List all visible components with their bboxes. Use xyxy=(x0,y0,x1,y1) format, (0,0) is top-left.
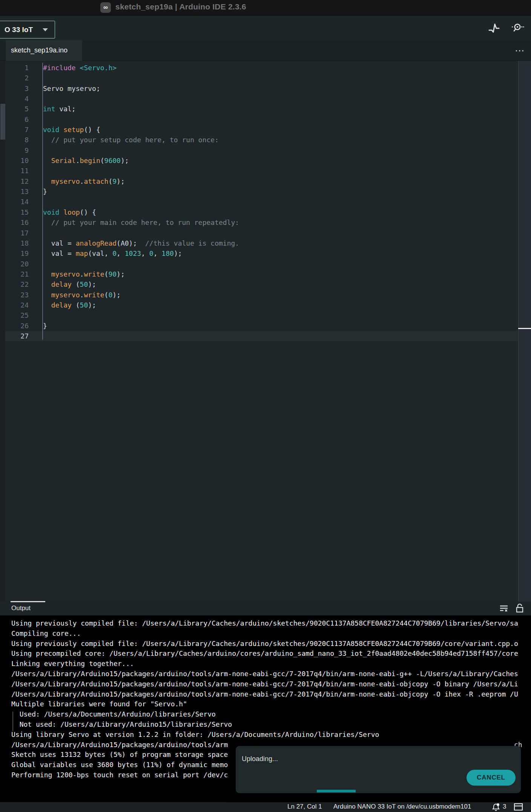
code-line[interactable]: 14 xyxy=(5,197,518,207)
code-line[interactable]: 21 myservo.write(90); xyxy=(5,269,518,279)
left-scrollbar-thumb[interactable] xyxy=(0,104,5,140)
output-line: Using previously compiled file: /Users/a… xyxy=(11,618,531,629)
line-number: 16 xyxy=(5,217,29,228)
line-number: 1 xyxy=(5,63,29,73)
status-bar: Ln 27, Col 1 Arduino NANO 33 IoT on /dev… xyxy=(0,802,531,812)
code-line[interactable]: 23 myservo.write(0); xyxy=(5,290,518,300)
output-panel-header: Output xyxy=(0,602,531,615)
code-editor[interactable]: 1#include <Servo.h>23Servo myservo;45int… xyxy=(0,61,531,602)
serial-plotter-icon[interactable] xyxy=(487,22,501,34)
upload-progress-bar xyxy=(317,790,356,792)
editor-scrollbar[interactable] xyxy=(518,61,531,602)
cursor-position[interactable]: Ln 27, Col 1 xyxy=(287,803,322,810)
notifications-bell-icon[interactable] xyxy=(491,803,500,812)
code-line[interactable]: 4 xyxy=(5,94,518,104)
board-selector-dropdown[interactable]: O 33 IoT xyxy=(0,21,55,38)
output-line: Using library Servo at version 1.2.2 in … xyxy=(11,730,531,740)
line-number: 17 xyxy=(5,228,29,238)
line-number: 22 xyxy=(5,279,29,289)
line-number: 3 xyxy=(5,83,29,94)
code-line[interactable]: 7void setup() { xyxy=(5,125,518,135)
line-number: 5 xyxy=(5,104,29,114)
output-line: Used: /Users/a/Documents/Arduino/librari… xyxy=(11,709,531,720)
tab-label: sketch_sep19a.ino xyxy=(11,46,68,54)
line-number: 20 xyxy=(5,259,29,269)
output-line: Compiling core... xyxy=(11,629,531,639)
line-number: 2 xyxy=(5,73,29,83)
output-line: /Users/a/Library/Arduino15/packages/ardu… xyxy=(11,679,531,689)
line-number: 9 xyxy=(5,145,29,155)
tab-sketch-file[interactable]: sketch_sep19a.ino xyxy=(6,40,82,61)
line-number: 7 xyxy=(5,125,29,135)
code-line[interactable]: 25 xyxy=(5,310,518,320)
code-line[interactable]: 11 xyxy=(5,166,518,176)
line-number: 12 xyxy=(5,176,29,186)
tab-bar: sketch_sep19a.ino ⋯ xyxy=(0,40,531,61)
code-line[interactable]: 1#include <Servo.h> xyxy=(5,63,518,73)
line-number: 21 xyxy=(5,269,29,279)
console-indent-guide xyxy=(12,712,13,731)
window-title: sketch_sep19a | Arduino IDE 2.3.6 xyxy=(115,2,246,11)
code-line[interactable]: 12 myservo.attach(9); xyxy=(5,176,518,186)
code-line[interactable]: 5int val; xyxy=(5,104,518,114)
uploading-dialog: Uploading... CANCEL xyxy=(236,746,521,793)
title-bar: ∞ sketch_sep19a | Arduino IDE 2.3.6 xyxy=(0,0,531,15)
code-line[interactable]: 13} xyxy=(5,186,518,197)
code-line[interactable]: 10 Serial.begin(9600); xyxy=(5,155,518,166)
code-line[interactable]: 20 xyxy=(5,259,518,269)
cancel-button[interactable]: CANCEL xyxy=(467,770,516,786)
editor-left-strip xyxy=(0,61,5,602)
code-line[interactable]: 2 xyxy=(5,73,518,83)
arduino-logo-icon: ∞ xyxy=(100,2,111,13)
cursor-line-marker xyxy=(518,328,531,329)
toolbar: O 33 IoT xyxy=(0,15,531,40)
line-number: 10 xyxy=(5,155,29,166)
toggle-panel-icon[interactable] xyxy=(514,803,523,812)
serial-monitor-icon[interactable] xyxy=(511,22,524,34)
more-actions-icon[interactable]: ⋯ xyxy=(515,43,525,58)
code-line[interactable]: 19 val = map(val, 0, 1023, 0, 180); xyxy=(5,248,518,258)
code-line[interactable]: 6 xyxy=(5,114,518,125)
uploading-message: Uploading... xyxy=(242,755,278,763)
code-line[interactable]: 15void loop() { xyxy=(5,207,518,217)
code-line[interactable]: 27 xyxy=(5,331,518,341)
code-line[interactable]: 24 delay (50); xyxy=(5,300,518,310)
line-number: 6 xyxy=(5,114,29,125)
code-line[interactable]: 3Servo myservo; xyxy=(5,83,518,94)
line-number: 25 xyxy=(5,310,29,320)
code-line[interactable]: 18 val = analogRead(A0); //this value is… xyxy=(5,238,518,248)
code-line[interactable]: 16 // put your main code here, to run re… xyxy=(5,217,518,228)
code-line[interactable]: 22 delay (50); xyxy=(5,279,518,289)
line-number: 15 xyxy=(5,207,29,217)
line-number: 27 xyxy=(5,331,29,341)
code-line[interactable]: 8 // put your setup code here, to run on… xyxy=(5,135,518,145)
line-number: 11 xyxy=(5,166,29,176)
line-number: 26 xyxy=(5,321,29,331)
output-line: /Users/a/Library/Arduino15/packages/ardu… xyxy=(11,689,531,700)
output-line: Using previously compiled file: /Users/a… xyxy=(11,639,531,649)
board-port-status[interactable]: Arduino NANO 33 IoT on /dev/cu.usbmodem1… xyxy=(333,803,471,810)
line-number: 18 xyxy=(5,238,29,248)
line-number: 8 xyxy=(5,135,29,145)
output-line: Using precompiled core: /Users/a/Library… xyxy=(11,649,531,659)
autoscroll-lock-icon[interactable] xyxy=(514,603,525,614)
code-line[interactable]: 9 xyxy=(5,145,518,155)
code-line[interactable]: 17 xyxy=(5,228,518,238)
output-line: Multiple libraries were found for "Servo… xyxy=(11,699,531,709)
code-lines: 1#include <Servo.h>23Servo myservo;45int… xyxy=(5,63,518,341)
output-panel-title: Output xyxy=(11,604,31,612)
code-line[interactable]: 26} xyxy=(5,321,518,331)
line-number: 4 xyxy=(5,94,29,104)
line-number: 23 xyxy=(5,290,29,300)
line-number: 14 xyxy=(5,197,29,207)
output-line: /Users/a/Library/Arduino15/packages/ardu… xyxy=(11,669,531,679)
clear-output-icon[interactable] xyxy=(499,603,509,614)
line-number: 19 xyxy=(5,248,29,258)
output-line: Linking everything together... xyxy=(11,659,531,669)
line-number: 24 xyxy=(5,300,29,310)
line-number: 13 xyxy=(5,186,29,197)
notification-count[interactable]: 3 xyxy=(503,803,506,810)
output-line: Not used: /Users/a/Library/Arduino15/lib… xyxy=(11,720,531,730)
board-selector-label: O 33 IoT xyxy=(5,26,33,34)
chevron-down-icon xyxy=(43,28,48,31)
